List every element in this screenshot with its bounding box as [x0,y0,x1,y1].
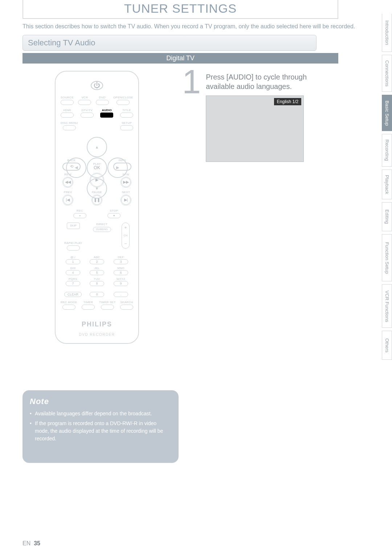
btn-audio-highlight [100,113,113,118]
btn-timer [82,305,95,310]
label-title: TITLE [122,109,131,112]
btn-dvd [96,100,109,105]
section-heading: Selecting TV Audio [23,35,317,51]
dpad-right-icon: ▶ [107,158,128,178]
btn-ffw: ▶▶ [121,177,131,188]
btn-dubbing: DUBBING [93,227,111,232]
dpad-up-icon: ▲ [87,137,107,157]
side-tabs: Introduction Connections Basic Setup Rec… [382,14,392,360]
btn-skip: SKIP [67,223,80,229]
btn-rec: ● [73,213,86,218]
tv-overlay: English 1/2 [274,98,301,105]
tab-connections[interactable]: Connections [382,55,392,92]
label-dtvtv: DTV/TV [82,109,93,112]
digit-1: 1 [66,259,80,264]
sub-brand: DVD RECORDER [79,333,115,337]
note-title: Note [30,397,171,406]
label-direct: DIRECT [96,223,108,226]
label-audio: AUDIO [102,109,112,112]
intro-text: This section describes how to switch the… [23,23,392,30]
note-item: If the program is recorded onto a DVD-RW… [30,420,171,443]
brand-logo: PHILIPS [82,321,112,328]
tab-function-setup[interactable]: Function Setup [382,234,392,281]
digit-2: 2 [90,259,104,264]
dpad-left-icon: ◀ [66,158,86,178]
label-rec: REC [77,209,83,212]
btn-discmenu [63,125,76,130]
tab-vcr-functions[interactable]: VCR Functions [382,284,392,328]
btn-hdmi [61,113,74,118]
label-rapid: RAPID PLAY [64,241,82,245]
label-prev: PREV [64,191,72,194]
btn-vcr [78,100,91,105]
tab-others[interactable]: Others [382,331,392,360]
label-hdmi: HDMI [63,109,71,112]
label-discmenu: DISC MENU [61,121,78,125]
digit-dot: . [114,292,128,297]
digit-5: 5 [90,270,104,275]
label-setup: SETUP [122,121,132,125]
btn-title [120,113,133,118]
page-title-bar: TUNER SETTINGS [23,0,338,19]
tab-basic-setup[interactable]: Basic Setup [382,95,392,131]
dpad-ok: OK [87,158,107,178]
ch-rocker: + CH − [122,223,130,249]
tab-editing[interactable]: Editing [382,202,392,231]
digit-4: 4 [66,270,80,275]
btn-rapid [67,245,80,250]
note-item: Available languages differ depend on the… [30,410,171,417]
label-openclose: OPEN/CLOSE [113,96,133,99]
tab-introduction[interactable]: Introduction [382,14,392,52]
dpad: ▲ ▼ ◀ ▶ OK [66,137,128,154]
btn-stop: ■ [107,213,121,218]
step-text: Press [AUDIO] to cycle through available… [206,72,335,91]
step-number: 1 [182,69,201,95]
power-icon: ⏻ [91,81,103,90]
digit-0: 0 [90,292,104,297]
label-dvd: DVD [99,96,106,99]
label-vcr: VCR [81,96,88,99]
btn-source [61,100,74,105]
btn-search [120,305,133,310]
tab-playback[interactable]: Playback [382,170,392,200]
label-next: NEXT [122,191,130,194]
page-title: TUNER SETTINGS [23,0,338,16]
page-number: EN 35 [23,540,40,547]
digit-7: 7 [66,281,80,286]
digit-8: 8 [90,281,104,286]
btn-recmode [62,305,75,310]
dpad-down-icon: ▼ [87,178,107,199]
note-box: Note Available languages differ depend o… [23,390,179,463]
btn-timerset [101,305,114,310]
tab-recording[interactable]: Recording [382,134,392,166]
btn-next: ▶| [121,195,131,205]
btn-rew: ◀◀ [62,177,73,188]
btn-dtvtv [81,113,94,118]
digit-9: 9 [114,281,128,286]
btn-prev: |◀ [62,195,73,205]
digit-3: 3 [114,259,128,264]
minus-icon: − [124,241,127,246]
btn-setup [120,125,133,130]
tv-preview: English 1/2 [206,95,304,162]
btn-openclose [117,100,130,105]
digit-clear: CLEAR [64,292,82,297]
label-source: SOURCE [61,96,74,99]
plus-icon: + [124,225,127,230]
remote-illustration: ⏻ SOURCE VCR DVD OPEN/CLOSE HDMI DTV/TV … [55,71,139,344]
label-stop: STOP [110,209,118,212]
digital-tv-band: Digital TV [23,53,338,64]
digit-6: 6 [114,270,128,275]
